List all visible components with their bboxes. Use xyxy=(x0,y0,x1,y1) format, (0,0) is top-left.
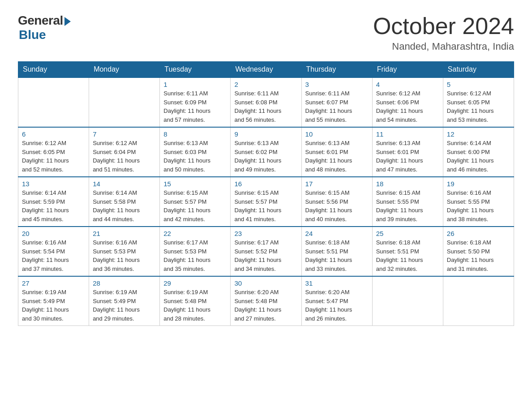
header-saturday: Saturday xyxy=(443,62,514,78)
day-number: 30 xyxy=(234,279,297,287)
calendar-table: Sunday Monday Tuesday Wednesday Thursday… xyxy=(18,61,514,326)
day-number: 15 xyxy=(163,180,227,188)
week-row-2: 6Sunrise: 6:12 AM Sunset: 6:05 PM Daylig… xyxy=(18,127,514,177)
day-info: Sunrise: 6:16 AM Sunset: 5:54 PM Dayligh… xyxy=(22,238,85,273)
calendar-cell: 5Sunrise: 6:12 AM Sunset: 6:05 PM Daylig… xyxy=(443,77,514,127)
calendar-cell: 7Sunrise: 6:12 AM Sunset: 6:04 PM Daylig… xyxy=(89,127,160,177)
day-info: Sunrise: 6:20 AM Sunset: 5:48 PM Dayligh… xyxy=(234,288,297,323)
calendar-cell: 11Sunrise: 6:13 AM Sunset: 6:01 PM Dayli… xyxy=(372,127,443,177)
day-info: Sunrise: 6:18 AM Sunset: 5:51 PM Dayligh… xyxy=(305,238,369,273)
calendar-cell: 23Sunrise: 6:17 AM Sunset: 5:52 PM Dayli… xyxy=(231,227,301,276)
calendar-cell: 8Sunrise: 6:13 AM Sunset: 6:03 PM Daylig… xyxy=(160,127,231,177)
day-number: 20 xyxy=(22,230,85,237)
logo-general-text: General xyxy=(18,13,63,28)
day-info: Sunrise: 6:14 AM Sunset: 5:59 PM Dayligh… xyxy=(22,188,85,223)
calendar-cell: 13Sunrise: 6:14 AM Sunset: 5:59 PM Dayli… xyxy=(18,177,89,227)
day-number: 7 xyxy=(93,130,156,138)
day-number: 16 xyxy=(234,180,297,188)
logo: General Blue xyxy=(18,13,71,42)
calendar-cell xyxy=(443,276,514,326)
logo-arrow-icon xyxy=(64,17,71,26)
day-info: Sunrise: 6:11 AM Sunset: 6:08 PM Dayligh… xyxy=(234,89,297,124)
day-number: 5 xyxy=(447,81,510,88)
day-number: 19 xyxy=(447,180,510,188)
day-number: 29 xyxy=(163,279,227,287)
day-number: 6 xyxy=(22,130,85,138)
day-info: Sunrise: 6:18 AM Sunset: 5:51 PM Dayligh… xyxy=(376,238,439,273)
header-friday: Friday xyxy=(372,62,443,78)
week-row-1: 1Sunrise: 6:11 AM Sunset: 6:09 PM Daylig… xyxy=(18,77,514,127)
day-info: Sunrise: 6:17 AM Sunset: 5:52 PM Dayligh… xyxy=(234,238,297,273)
day-number: 14 xyxy=(93,180,156,188)
calendar-month-year: October 2024 xyxy=(373,13,514,39)
day-info: Sunrise: 6:16 AM Sunset: 5:55 PM Dayligh… xyxy=(447,188,510,223)
calendar-cell: 6Sunrise: 6:12 AM Sunset: 6:05 PM Daylig… xyxy=(18,127,89,177)
calendar-cell: 17Sunrise: 6:15 AM Sunset: 5:56 PM Dayli… xyxy=(301,177,372,227)
header-wednesday: Wednesday xyxy=(231,62,301,78)
calendar-cell: 9Sunrise: 6:13 AM Sunset: 6:02 PM Daylig… xyxy=(231,127,301,177)
day-number: 21 xyxy=(93,230,156,237)
day-number: 8 xyxy=(163,130,227,138)
day-info: Sunrise: 6:12 AM Sunset: 6:05 PM Dayligh… xyxy=(447,89,510,124)
day-info: Sunrise: 6:14 AM Sunset: 6:00 PM Dayligh… xyxy=(447,139,510,174)
header-tuesday: Tuesday xyxy=(160,62,231,78)
day-number: 3 xyxy=(305,81,369,88)
day-info: Sunrise: 6:15 AM Sunset: 5:57 PM Dayligh… xyxy=(163,188,227,223)
calendar-cell xyxy=(372,276,443,326)
day-info: Sunrise: 6:11 AM Sunset: 6:09 PM Dayligh… xyxy=(163,89,227,124)
calendar-cell xyxy=(89,77,160,127)
day-number: 10 xyxy=(305,130,369,138)
calendar-location: Nanded, Maharashtra, India xyxy=(373,41,514,52)
day-number: 1 xyxy=(163,81,227,88)
calendar-cell: 31Sunrise: 6:20 AM Sunset: 5:47 PM Dayli… xyxy=(301,276,372,326)
day-info: Sunrise: 6:19 AM Sunset: 5:49 PM Dayligh… xyxy=(93,288,156,323)
day-number: 12 xyxy=(447,130,510,138)
calendar-cell: 22Sunrise: 6:17 AM Sunset: 5:53 PM Dayli… xyxy=(160,227,231,276)
header-thursday: Thursday xyxy=(301,62,372,78)
day-number: 17 xyxy=(305,180,369,188)
calendar-header-row: Sunday Monday Tuesday Wednesday Thursday… xyxy=(18,62,514,78)
day-info: Sunrise: 6:17 AM Sunset: 5:53 PM Dayligh… xyxy=(163,238,227,273)
day-info: Sunrise: 6:16 AM Sunset: 5:53 PM Dayligh… xyxy=(93,238,156,273)
day-number: 9 xyxy=(234,130,297,138)
day-info: Sunrise: 6:15 AM Sunset: 5:56 PM Dayligh… xyxy=(305,188,369,223)
week-row-3: 13Sunrise: 6:14 AM Sunset: 5:59 PM Dayli… xyxy=(18,177,514,227)
calendar-cell: 25Sunrise: 6:18 AM Sunset: 5:51 PM Dayli… xyxy=(372,227,443,276)
calendar-cell: 15Sunrise: 6:15 AM Sunset: 5:57 PM Dayli… xyxy=(160,177,231,227)
day-number: 2 xyxy=(234,81,297,88)
day-number: 13 xyxy=(22,180,85,188)
day-info: Sunrise: 6:12 AM Sunset: 6:06 PM Dayligh… xyxy=(376,89,439,124)
calendar-cell: 19Sunrise: 6:16 AM Sunset: 5:55 PM Dayli… xyxy=(443,177,514,227)
calendar-cell: 10Sunrise: 6:13 AM Sunset: 6:01 PM Dayli… xyxy=(301,127,372,177)
day-info: Sunrise: 6:11 AM Sunset: 6:07 PM Dayligh… xyxy=(305,89,369,124)
calendar-cell: 29Sunrise: 6:19 AM Sunset: 5:48 PM Dayli… xyxy=(160,276,231,326)
calendar-cell: 2Sunrise: 6:11 AM Sunset: 6:08 PM Daylig… xyxy=(231,77,301,127)
day-number: 4 xyxy=(376,81,439,88)
day-info: Sunrise: 6:15 AM Sunset: 5:55 PM Dayligh… xyxy=(376,188,439,223)
calendar-cell: 4Sunrise: 6:12 AM Sunset: 6:06 PM Daylig… xyxy=(372,77,443,127)
day-number: 26 xyxy=(447,230,510,237)
calendar-cell: 3Sunrise: 6:11 AM Sunset: 6:07 PM Daylig… xyxy=(301,77,372,127)
calendar-cell: 18Sunrise: 6:15 AM Sunset: 5:55 PM Dayli… xyxy=(372,177,443,227)
calendar-title-section: October 2024 Nanded, Maharashtra, India xyxy=(373,13,514,52)
calendar-cell: 16Sunrise: 6:15 AM Sunset: 5:57 PM Dayli… xyxy=(231,177,301,227)
page-header: General Blue October 2024 Nanded, Mahara… xyxy=(18,13,514,52)
calendar-cell: 28Sunrise: 6:19 AM Sunset: 5:49 PM Dayli… xyxy=(89,276,160,326)
calendar-cell: 14Sunrise: 6:14 AM Sunset: 5:58 PM Dayli… xyxy=(89,177,160,227)
day-number: 23 xyxy=(234,230,297,237)
day-info: Sunrise: 6:13 AM Sunset: 6:01 PM Dayligh… xyxy=(305,139,369,174)
calendar-cell xyxy=(18,77,89,127)
day-info: Sunrise: 6:12 AM Sunset: 6:05 PM Dayligh… xyxy=(22,139,85,174)
day-number: 28 xyxy=(93,279,156,287)
header-monday: Monday xyxy=(89,62,160,78)
day-number: 11 xyxy=(376,130,439,138)
header-sunday: Sunday xyxy=(18,62,89,78)
week-row-4: 20Sunrise: 6:16 AM Sunset: 5:54 PM Dayli… xyxy=(18,227,514,276)
day-info: Sunrise: 6:13 AM Sunset: 6:01 PM Dayligh… xyxy=(376,139,439,174)
day-number: 24 xyxy=(305,230,369,237)
day-info: Sunrise: 6:12 AM Sunset: 6:04 PM Dayligh… xyxy=(93,139,156,174)
calendar-cell: 26Sunrise: 6:18 AM Sunset: 5:50 PM Dayli… xyxy=(443,227,514,276)
day-info: Sunrise: 6:19 AM Sunset: 5:49 PM Dayligh… xyxy=(22,288,85,323)
week-row-5: 27Sunrise: 6:19 AM Sunset: 5:49 PM Dayli… xyxy=(18,276,514,326)
day-number: 18 xyxy=(376,180,439,188)
